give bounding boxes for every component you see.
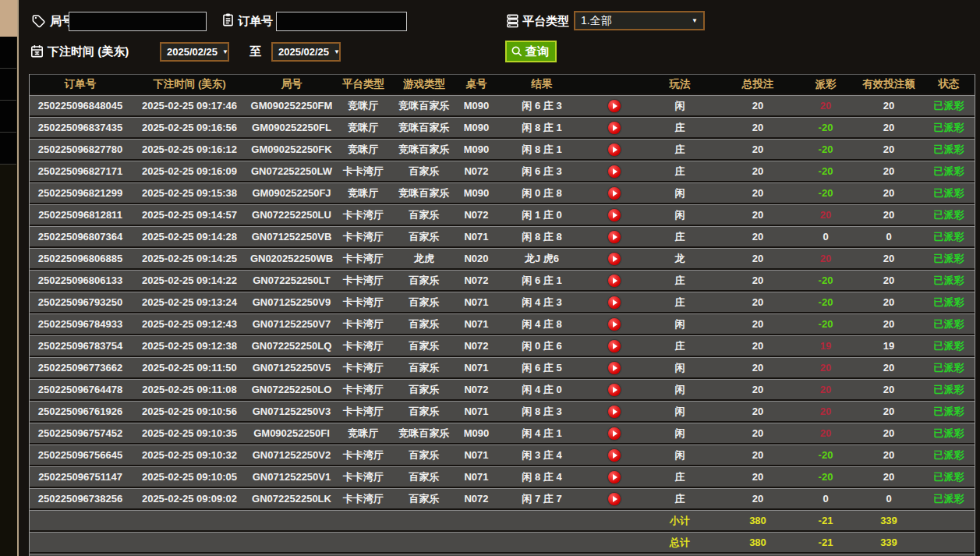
cell-bet-type: 庄 xyxy=(641,335,719,356)
cell-replay xyxy=(588,357,641,377)
cell-replay xyxy=(588,204,641,225)
cell-platform: 卡卡湾厅 xyxy=(335,401,391,421)
chevron-down-icon: ▼ xyxy=(222,48,228,55)
cell-platform: 竞咪厅 xyxy=(335,139,391,159)
play-replay-icon[interactable] xyxy=(608,384,621,396)
sidebar-item[interactable] xyxy=(0,37,16,69)
sidebar-active-tab[interactable] xyxy=(0,0,17,37)
cell-game-type: 百家乐 xyxy=(391,401,457,421)
play-replay-icon[interactable] xyxy=(608,209,621,221)
cell-total-bet: 20 xyxy=(719,95,797,115)
play-replay-icon[interactable] xyxy=(608,274,621,287)
play-replay-icon[interactable] xyxy=(608,318,621,331)
header-bet-type: 玩法 xyxy=(641,74,719,94)
play-replay-icon[interactable] xyxy=(608,405,621,418)
cell-status: 已派彩 xyxy=(923,379,975,399)
cell-replay xyxy=(588,444,641,465)
table-row: 250225096773662 2025-02-25 09:11:50 GN07… xyxy=(30,357,975,377)
play-replay-icon[interactable] xyxy=(608,449,621,462)
cell-round-id: GN071252250V9 xyxy=(248,292,335,312)
cell-valid-bet: 20 xyxy=(854,248,923,268)
sidebar-item[interactable] xyxy=(0,133,16,165)
play-replay-icon[interactable] xyxy=(608,165,621,178)
play-replay-icon[interactable] xyxy=(608,187,621,200)
play-replay-icon[interactable] xyxy=(608,296,621,309)
header-replay xyxy=(588,74,641,94)
cell-valid-bet: 0 xyxy=(854,226,923,246)
cell-game-type: 百家乐 xyxy=(391,292,457,312)
cell-bet-type: 庄 xyxy=(641,270,719,290)
cell-total-bet: 20 xyxy=(719,248,797,268)
cell-table-no: N072 xyxy=(457,270,496,290)
order-number-input[interactable] xyxy=(276,12,407,31)
cell-valid-bet: 20 xyxy=(854,401,923,421)
cell-total-bet: 20 xyxy=(719,488,797,508)
play-replay-icon[interactable] xyxy=(608,471,621,483)
cell-payout: 20 xyxy=(797,204,854,225)
cell-replay xyxy=(588,423,641,443)
cell-valid-bet: 19 xyxy=(854,335,923,356)
play-replay-icon[interactable] xyxy=(608,362,621,374)
play-replay-icon[interactable] xyxy=(608,143,621,156)
cell-bet-time: 2025-02-25 09:16:09 xyxy=(131,161,248,181)
cell-table-no: N071 xyxy=(457,357,496,377)
cell-order-id: 250225096837435 xyxy=(30,117,131,137)
cell-round-id: GN072252250LQ xyxy=(248,335,335,356)
cell-replay xyxy=(588,335,641,356)
cell-bet-type: 庄 xyxy=(641,139,719,159)
cell-bet-time: 2025-02-25 09:12:43 xyxy=(131,313,248,334)
cell-valid-bet: 20 xyxy=(854,379,923,399)
total-valid-bet: 339 xyxy=(854,532,923,552)
play-triangle-icon xyxy=(613,474,617,480)
cell-bet-time: 2025-02-25 09:09:02 xyxy=(131,488,248,508)
cell-platform: 卡卡湾厅 xyxy=(335,226,391,246)
cell-replay xyxy=(588,313,641,334)
cell-payout: 0 xyxy=(797,488,854,508)
play-replay-icon[interactable] xyxy=(608,100,621,112)
date-to-label: 至 xyxy=(249,44,261,59)
bet-records-table: 订单号 下注时间 (美东) 局号 平台类型 游戏类型 桌号 结果 玩法 总投注 … xyxy=(30,73,975,556)
cell-platform: 卡卡湾厅 xyxy=(335,466,391,487)
cell-order-id: 250225096793250 xyxy=(30,292,131,312)
cell-result: 闲 6 庄 3 xyxy=(496,95,588,115)
cell-valid-bet: 20 xyxy=(854,95,923,115)
cell-status: 已派彩 xyxy=(923,313,975,334)
cell-result: 闲 8 庄 3 xyxy=(496,401,588,421)
cell-replay xyxy=(588,488,641,508)
cell-status: 已派彩 xyxy=(923,117,975,137)
cell-payout: 20 xyxy=(797,95,854,115)
sidebar-item[interactable] xyxy=(0,101,16,133)
subtotal-label: 小计 xyxy=(641,510,719,530)
play-replay-icon[interactable] xyxy=(608,122,621,134)
play-replay-icon[interactable] xyxy=(608,493,621,505)
cell-status: 已派彩 xyxy=(923,357,975,377)
cell-payout: -20 xyxy=(797,182,854,203)
play-replay-icon[interactable] xyxy=(608,253,621,265)
cell-bet-type: 庄 xyxy=(641,466,719,487)
play-replay-icon[interactable] xyxy=(608,231,621,243)
play-replay-icon[interactable] xyxy=(608,427,621,440)
date-to-picker[interactable]: 2025/02/25 ▼ xyxy=(271,42,341,62)
search-button[interactable]: 查询 xyxy=(505,41,557,62)
header-result: 结果 xyxy=(496,74,588,94)
round-number-input[interactable] xyxy=(69,12,207,31)
cell-replay xyxy=(588,95,641,115)
cell-round-id: GM090252250FM xyxy=(248,95,335,115)
header-bet-time: 下注时间 (美东) xyxy=(131,74,248,94)
play-replay-icon[interactable] xyxy=(608,340,621,352)
cell-bet-time: 2025-02-25 09:10:35 xyxy=(131,423,248,443)
cell-game-type: 竞咪百家乐 xyxy=(391,182,457,203)
cell-table-no: N071 xyxy=(457,292,496,312)
date-from-picker[interactable]: 2025/02/25 ▼ xyxy=(160,42,229,62)
table-right-border xyxy=(975,74,975,556)
tag-icon xyxy=(31,13,46,28)
play-triangle-icon xyxy=(613,409,617,415)
total-total-bet: 380 xyxy=(719,532,797,552)
platform-type-select[interactable]: 1.全部 ▼ xyxy=(574,11,705,30)
cell-order-id: 250225096848045 xyxy=(30,95,131,115)
cell-bet-type: 庄 xyxy=(641,226,719,246)
cell-result: 闲 8 庄 1 xyxy=(496,117,588,137)
cell-table-no: N020 xyxy=(457,248,496,268)
cell-result: 闲 1 庄 0 xyxy=(496,204,588,225)
sidebar-item[interactable] xyxy=(0,69,16,101)
